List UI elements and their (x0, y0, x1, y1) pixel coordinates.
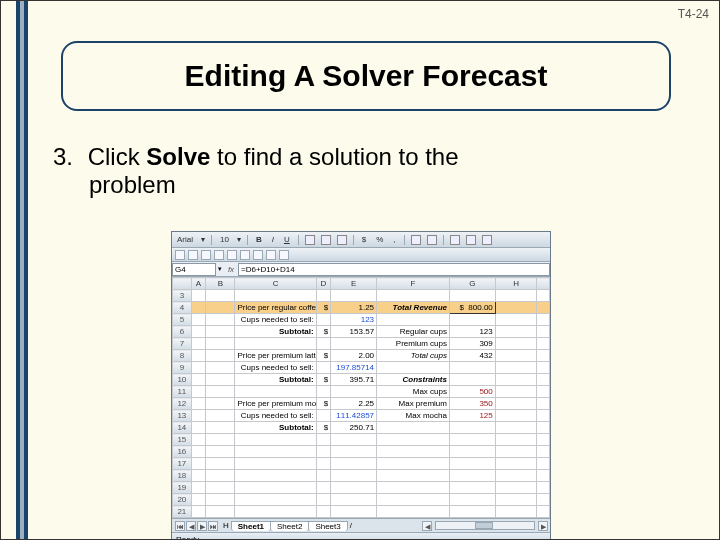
row-header[interactable]: 12 (173, 398, 192, 410)
cell[interactable]: $ (316, 374, 331, 386)
toolbar-icon[interactable] (266, 250, 276, 260)
cell[interactable]: Cups needed to sell: (235, 362, 316, 374)
cell[interactable]: $ (316, 350, 331, 362)
dropdown-icon[interactable]: ▾ (216, 265, 224, 273)
col-header[interactable]: A (191, 278, 206, 290)
print-icon[interactable] (214, 250, 224, 260)
cell[interactable]: Regular cups (377, 326, 450, 338)
toolbar-icon[interactable] (240, 250, 250, 260)
underline-button[interactable]: U (282, 235, 292, 244)
scroll-thumb[interactable] (475, 522, 493, 529)
bold-button[interactable]: B (254, 235, 264, 244)
row-header[interactable]: 8 (173, 350, 192, 362)
row-header[interactable]: 17 (173, 458, 192, 470)
open-icon[interactable] (188, 250, 198, 260)
fill-color-icon[interactable] (466, 235, 476, 245)
toolbar-icon[interactable] (279, 250, 289, 260)
cell[interactable]: Cups needed to sell: (235, 410, 316, 422)
sheet-tab[interactable]: Sheet2 (270, 521, 309, 531)
horizontal-scrollbar[interactable]: ◀ ▶ (355, 521, 550, 531)
cell[interactable]: Price per premium mocha: (235, 398, 316, 410)
row-header[interactable]: 19 (173, 482, 192, 494)
row-header[interactable]: 15 (173, 434, 192, 446)
sheet-tab[interactable]: Sheet1 (231, 521, 271, 531)
indent-icon[interactable] (411, 235, 421, 245)
cell[interactable]: Max cups (377, 386, 450, 398)
font-selector[interactable]: Arial (175, 235, 195, 244)
dropdown-icon[interactable]: ▾ (201, 235, 205, 244)
cell[interactable]: 350 (449, 398, 495, 410)
sheet-tab[interactable]: Sheet3 (308, 521, 347, 531)
cell[interactable]: Subtotal: (235, 326, 316, 338)
row-header[interactable]: 3 (173, 290, 192, 302)
cell[interactable]: Subtotal: (235, 374, 316, 386)
toolbar-icon[interactable] (253, 250, 263, 260)
next-sheet-button[interactable]: ▶ (197, 521, 207, 531)
last-sheet-button[interactable]: ⏭ (208, 521, 218, 531)
cell[interactable]: 500 (449, 386, 495, 398)
row-header[interactable]: 4 (173, 302, 192, 314)
cell[interactable]: Constraints (377, 374, 450, 386)
cell[interactable]: Max mocha (377, 410, 450, 422)
formula-input[interactable]: =D6+D10+D14 (238, 263, 550, 276)
cell[interactable]: Total Revenue (377, 302, 450, 314)
cell[interactable]: 111.42857 (331, 410, 377, 422)
cell[interactable]: $ (316, 326, 331, 338)
comma-button[interactable]: , (391, 235, 397, 244)
cell[interactable]: Premium cups (377, 338, 450, 350)
align-center-icon[interactable] (321, 235, 331, 245)
col-header[interactable]: H (495, 278, 537, 290)
row-header[interactable]: 14 (173, 422, 192, 434)
scroll-right-icon[interactable]: ▶ (538, 521, 548, 531)
col-header[interactable]: G (449, 278, 495, 290)
cell[interactable]: 123 (331, 314, 377, 326)
col-header[interactable]: B (206, 278, 235, 290)
cell[interactable]: Subtotal: (235, 422, 316, 434)
cell[interactable]: 125 (449, 410, 495, 422)
row-header[interactable]: 5 (173, 314, 192, 326)
dropdown-icon[interactable]: ▾ (237, 235, 241, 244)
cell[interactable]: 2.25 (331, 398, 377, 410)
row-header[interactable]: 6 (173, 326, 192, 338)
save-icon[interactable] (201, 250, 211, 260)
active-cell[interactable]: $ 800.00 (449, 302, 495, 314)
align-right-icon[interactable] (337, 235, 347, 245)
cell[interactable]: Price per premium latte: (235, 350, 316, 362)
cell[interactable]: 250.71 (331, 422, 377, 434)
italic-button[interactable]: I (270, 235, 276, 244)
name-box[interactable]: G4 (172, 263, 216, 276)
row-header[interactable]: 7 (173, 338, 192, 350)
cell[interactable]: Max premium (377, 398, 450, 410)
cell[interactable]: 432 (449, 350, 495, 362)
font-size[interactable]: 10 (218, 235, 231, 244)
cell[interactable]: Price per regular coffee: (235, 302, 316, 314)
select-all[interactable] (173, 278, 192, 290)
outdent-icon[interactable] (427, 235, 437, 245)
col-header[interactable]: F (377, 278, 450, 290)
cell[interactable]: 123 (449, 326, 495, 338)
cell[interactable]: 1.25 (331, 302, 377, 314)
currency-button[interactable]: $ (360, 235, 368, 244)
cell[interactable]: $ (316, 302, 331, 314)
toolbar-icon[interactable] (227, 250, 237, 260)
column-headers[interactable]: A B C D E F G H (173, 278, 550, 290)
cell[interactable]: Cups needed to sell: (235, 314, 316, 326)
row-header[interactable]: 20 (173, 494, 192, 506)
row-header[interactable]: 18 (173, 470, 192, 482)
prev-sheet-button[interactable]: ◀ (186, 521, 196, 531)
cell[interactable]: 153.57 (331, 326, 377, 338)
border-icon[interactable] (450, 235, 460, 245)
col-header[interactable]: E (331, 278, 377, 290)
new-icon[interactable] (175, 250, 185, 260)
row-header[interactable]: 11 (173, 386, 192, 398)
row-header[interactable]: 21 (173, 506, 192, 518)
col-header[interactable]: D (316, 278, 331, 290)
cell[interactable]: $ (316, 422, 331, 434)
col-header[interactable]: C (235, 278, 316, 290)
cell[interactable]: 197.85714 (331, 362, 377, 374)
fx-icon[interactable]: fx (224, 265, 238, 274)
row-header[interactable]: 10 (173, 374, 192, 386)
align-left-icon[interactable] (305, 235, 315, 245)
cell[interactable]: $ (316, 398, 331, 410)
first-sheet-button[interactable]: ⏮ (175, 521, 185, 531)
